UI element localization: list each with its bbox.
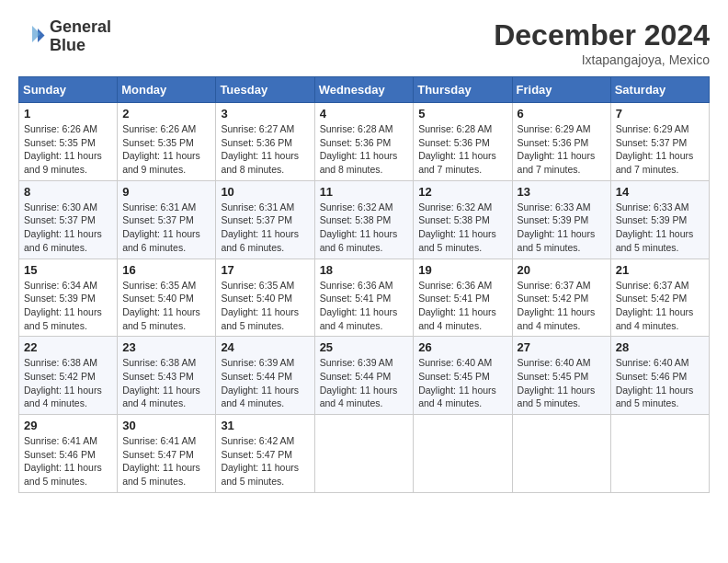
table-row: 27 Sunrise: 6:40 AMSunset: 5:45 PMDaylig… — [512, 337, 610, 415]
cell-info: Sunrise: 6:26 AMSunset: 5:35 PMDaylight:… — [122, 122, 210, 177]
day-number: 22 — [24, 340, 112, 354]
cell-info: Sunrise: 6:40 AMSunset: 5:46 PMDaylight:… — [616, 356, 704, 410]
cell-info: Sunrise: 6:28 AMSunset: 5:36 PMDaylight:… — [418, 122, 506, 177]
logo-text: General Blue — [50, 18, 111, 55]
day-number: 31 — [221, 419, 309, 432]
table-row: 8 Sunrise: 6:30 AMSunset: 5:37 PMDayligh… — [19, 180, 118, 259]
cell-info: Sunrise: 6:27 AMSunset: 5:36 PMDaylight:… — [221, 122, 309, 177]
day-number: 20 — [518, 263, 606, 277]
table-row: 15 Sunrise: 6:34 AMSunset: 5:39 PMDaylig… — [19, 259, 118, 337]
cell-info: Sunrise: 6:29 AMSunset: 5:36 PMDaylight:… — [518, 122, 606, 177]
table-row: 29 Sunrise: 6:41 AMSunset: 5:46 PMDaylig… — [19, 415, 118, 493]
col-monday: Monday — [118, 77, 216, 103]
cell-info: Sunrise: 6:34 AMSunset: 5:39 PMDaylight:… — [24, 279, 112, 333]
cell-info: Sunrise: 6:36 AMSunset: 5:41 PMDaylight:… — [320, 279, 409, 333]
cell-info: Sunrise: 6:38 AMSunset: 5:43 PMDaylight:… — [122, 356, 210, 410]
table-row: 30 Sunrise: 6:41 AMSunset: 5:47 PMDaylig… — [118, 415, 216, 493]
cell-info: Sunrise: 6:30 AMSunset: 5:37 PMDaylight:… — [24, 201, 112, 255]
day-number: 13 — [518, 185, 606, 199]
month-title: December 2024 — [494, 18, 710, 52]
cell-info: Sunrise: 6:37 AMSunset: 5:42 PMDaylight:… — [616, 279, 704, 333]
day-number: 7 — [616, 107, 704, 121]
day-number: 27 — [518, 340, 606, 354]
day-number: 28 — [616, 340, 704, 354]
empty-cell — [414, 415, 512, 493]
table-row: 11 Sunrise: 6:32 AMSunset: 5:38 PMDaylig… — [314, 180, 414, 259]
table-row: 12 Sunrise: 6:32 AMSunset: 5:38 PMDaylig… — [414, 180, 512, 259]
day-number: 25 — [320, 340, 409, 354]
empty-cell — [314, 415, 414, 493]
day-number: 18 — [320, 263, 409, 277]
table-row: 3 Sunrise: 6:27 AMSunset: 5:36 PMDayligh… — [216, 103, 314, 181]
day-number: 21 — [616, 263, 704, 277]
cell-info: Sunrise: 6:32 AMSunset: 5:38 PMDaylight:… — [320, 201, 409, 255]
table-row: 21 Sunrise: 6:37 AMSunset: 5:42 PMDaylig… — [610, 259, 709, 337]
cell-info: Sunrise: 6:33 AMSunset: 5:39 PMDaylight:… — [518, 201, 606, 255]
table-row: 4 Sunrise: 6:28 AMSunset: 5:36 PMDayligh… — [314, 103, 414, 181]
cell-info: Sunrise: 6:40 AMSunset: 5:45 PMDaylight:… — [518, 356, 606, 410]
cell-info: Sunrise: 6:29 AMSunset: 5:37 PMDaylight:… — [616, 122, 704, 177]
table-row: 10 Sunrise: 6:31 AMSunset: 5:37 PMDaylig… — [216, 180, 314, 259]
day-number: 15 — [24, 263, 112, 277]
day-number: 26 — [418, 340, 506, 354]
cell-info: Sunrise: 6:41 AMSunset: 5:47 PMDaylight:… — [122, 434, 210, 488]
empty-cell — [512, 415, 610, 493]
cell-info: Sunrise: 6:35 AMSunset: 5:40 PMDaylight:… — [122, 279, 210, 333]
day-number: 12 — [418, 185, 506, 199]
table-row: 1 Sunrise: 6:26 AMSunset: 5:35 PMDayligh… — [19, 103, 118, 181]
calendar-header-row: Sunday Monday Tuesday Wednesday Thursday… — [19, 77, 710, 103]
location: Ixtapangajoya, Mexico — [494, 52, 710, 67]
day-number: 24 — [221, 340, 309, 354]
cell-info: Sunrise: 6:31 AMSunset: 5:37 PMDaylight:… — [122, 201, 210, 255]
table-row: 13 Sunrise: 6:33 AMSunset: 5:39 PMDaylig… — [512, 180, 610, 259]
cell-info: Sunrise: 6:40 AMSunset: 5:45 PMDaylight:… — [418, 356, 506, 410]
calendar-week-row: 29 Sunrise: 6:41 AMSunset: 5:46 PMDaylig… — [19, 415, 710, 493]
cell-info: Sunrise: 6:32 AMSunset: 5:38 PMDaylight:… — [418, 201, 506, 255]
cell-info: Sunrise: 6:39 AMSunset: 5:44 PMDaylight:… — [221, 356, 309, 410]
day-number: 19 — [418, 263, 506, 277]
table-row: 22 Sunrise: 6:38 AMSunset: 5:42 PMDaylig… — [19, 337, 118, 415]
cell-info: Sunrise: 6:36 AMSunset: 5:41 PMDaylight:… — [418, 279, 506, 333]
table-row: 25 Sunrise: 6:39 AMSunset: 5:44 PMDaylig… — [314, 337, 414, 415]
logo: General Blue — [18, 18, 111, 55]
day-number: 17 — [221, 263, 309, 277]
cell-info: Sunrise: 6:35 AMSunset: 5:40 PMDaylight:… — [221, 279, 309, 333]
day-number: 16 — [122, 263, 210, 277]
table-row: 6 Sunrise: 6:29 AMSunset: 5:36 PMDayligh… — [512, 103, 610, 181]
table-row: 24 Sunrise: 6:39 AMSunset: 5:44 PMDaylig… — [216, 337, 314, 415]
table-row: 17 Sunrise: 6:35 AMSunset: 5:40 PMDaylig… — [216, 259, 314, 337]
cell-info: Sunrise: 6:42 AMSunset: 5:47 PMDaylight:… — [221, 434, 309, 488]
calendar-week-row: 22 Sunrise: 6:38 AMSunset: 5:42 PMDaylig… — [19, 337, 710, 415]
col-wednesday: Wednesday — [314, 77, 414, 103]
table-row: 18 Sunrise: 6:36 AMSunset: 5:41 PMDaylig… — [314, 259, 414, 337]
day-number: 10 — [221, 185, 309, 199]
title-block: December 2024 Ixtapangajoya, Mexico — [494, 18, 710, 67]
day-number: 8 — [24, 185, 112, 199]
day-number: 2 — [122, 107, 210, 121]
table-row: 5 Sunrise: 6:28 AMSunset: 5:36 PMDayligh… — [414, 103, 512, 181]
day-number: 5 — [418, 107, 506, 121]
cell-info: Sunrise: 6:39 AMSunset: 5:44 PMDaylight:… — [320, 356, 409, 410]
calendar: Sunday Monday Tuesday Wednesday Thursday… — [18, 76, 710, 493]
col-friday: Friday — [512, 77, 610, 103]
table-row: 31 Sunrise: 6:42 AMSunset: 5:47 PMDaylig… — [216, 415, 314, 493]
calendar-week-row: 8 Sunrise: 6:30 AMSunset: 5:37 PMDayligh… — [19, 180, 710, 259]
day-number: 4 — [320, 107, 409, 121]
col-thursday: Thursday — [414, 77, 512, 103]
table-row: 26 Sunrise: 6:40 AMSunset: 5:45 PMDaylig… — [414, 337, 512, 415]
logo-icon — [18, 23, 46, 51]
cell-info: Sunrise: 6:31 AMSunset: 5:37 PMDaylight:… — [221, 201, 309, 255]
cell-info: Sunrise: 6:28 AMSunset: 5:36 PMDaylight:… — [320, 122, 409, 177]
cell-info: Sunrise: 6:38 AMSunset: 5:42 PMDaylight:… — [24, 356, 112, 410]
cell-info: Sunrise: 6:37 AMSunset: 5:42 PMDaylight:… — [518, 279, 606, 333]
table-row: 19 Sunrise: 6:36 AMSunset: 5:41 PMDaylig… — [414, 259, 512, 337]
calendar-week-row: 15 Sunrise: 6:34 AMSunset: 5:39 PMDaylig… — [19, 259, 710, 337]
table-row: 23 Sunrise: 6:38 AMSunset: 5:43 PMDaylig… — [118, 337, 216, 415]
cell-info: Sunrise: 6:41 AMSunset: 5:46 PMDaylight:… — [24, 434, 112, 488]
table-row: 7 Sunrise: 6:29 AMSunset: 5:37 PMDayligh… — [610, 103, 709, 181]
day-number: 9 — [122, 185, 210, 199]
table-row: 28 Sunrise: 6:40 AMSunset: 5:46 PMDaylig… — [610, 337, 709, 415]
day-number: 11 — [320, 185, 409, 199]
day-number: 30 — [122, 419, 210, 432]
day-number: 1 — [24, 107, 112, 121]
